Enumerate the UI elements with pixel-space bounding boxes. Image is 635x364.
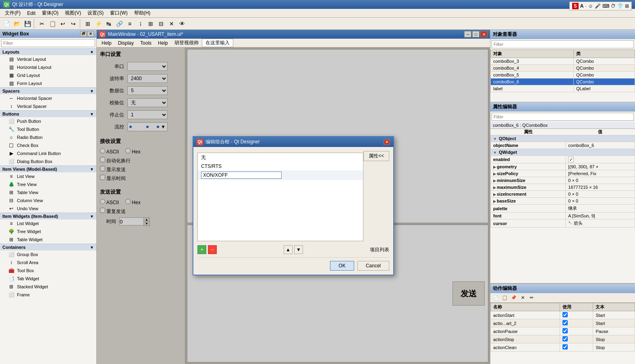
object-row-2[interactable]: comboBox_5 QCombo <box>491 72 635 79</box>
prop-row-sizeincrement[interactable]: ▶sizeIncrement 0 × 0 <box>491 191 635 198</box>
prop-row-sizepolicy[interactable]: ▶sizePolicy [Preferred, Fix <box>491 170 635 177</box>
toolbar-layout-g[interactable]: ⊞ <box>146 19 156 29</box>
dialog-move-up-btn[interactable]: ▲ <box>284 245 293 254</box>
dialog-list-item-edit[interactable] <box>201 172 282 179</box>
toolbar-cut[interactable]: ✂ <box>37 19 47 29</box>
widget-tool-button[interactable]: 🔧 Tool Button <box>0 125 96 133</box>
designer-menu-custom1[interactable]: 胡登视很帅 <box>171 39 202 47</box>
widget-tree-widget[interactable]: 🌳 Tree Widget <box>0 228 96 236</box>
widget-undo-view[interactable]: ↩ Undo View <box>0 205 96 213</box>
widget-table-view[interactable]: ⊞ Table View <box>0 188 96 196</box>
dialog-remove-btn[interactable]: − <box>208 245 217 254</box>
menu-view[interactable]: 视图(V) <box>62 9 84 17</box>
prop-row-cursor[interactable]: cursor ↖ 箭头 <box>491 219 635 228</box>
widget-form-layout[interactable]: ▧ Form Layout <box>0 79 96 87</box>
action-row-2[interactable]: actionPause Pause <box>491 327 635 335</box>
action-row-1[interactable]: actio...art_2 Start <box>491 319 635 327</box>
toolbar-copy[interactable]: 📋 <box>48 19 57 29</box>
object-inspector-filter[interactable] <box>492 40 634 48</box>
widget-tool-box[interactable]: 🧰 Tool Box <box>0 267 96 275</box>
action-edit-btn[interactable]: ✏ <box>527 294 535 302</box>
menu-window[interactable]: 窗体(O) <box>39 9 62 17</box>
widget-tree-view[interactable]: 🌲 Tree View <box>0 180 96 188</box>
property-editor-filter[interactable] <box>492 113 634 121</box>
dialog-add-btn[interactable]: + <box>197 245 206 254</box>
prop-row-basesize[interactable]: ▶baseSize 0 × 0 <box>491 198 635 205</box>
action-row-3[interactable]: actionStop Stop <box>491 335 635 343</box>
prop-row-minsize[interactable]: ▶minimumSize 0 × 0 <box>491 177 635 184</box>
prop-value-objectname[interactable]: comboBox_6 <box>566 142 635 149</box>
object-row-1[interactable]: comboBox_4 QCombo <box>491 65 635 72</box>
section-spacers[interactable]: Spacers▼ <box>0 87 96 94</box>
widget-dialog-button-box[interactable]: ⬜ Dialog Button Box <box>0 157 96 165</box>
object-row-0[interactable]: comboBox_3 QCombo <box>491 58 635 65</box>
prop-enabled-checkbox[interactable]: ✓ <box>568 157 574 162</box>
widget-box-filter[interactable] <box>1 39 95 47</box>
dialog-move-down-btn[interactable]: ▼ <box>294 245 303 254</box>
toolbar-buddy[interactable]: 🔗 <box>114 19 124 29</box>
dialog-list-item-2[interactable] <box>198 170 363 180</box>
object-row-4[interactable]: label QLabel <box>491 85 635 92</box>
section-layouts[interactable]: Layouts▼ <box>0 48 96 55</box>
section-containers[interactable]: Containers▼ <box>0 244 96 250</box>
action-row-0[interactable]: actionStart Start <box>491 311 635 319</box>
toolbar-undo[interactable]: ↩ <box>58 19 68 29</box>
action-used-check-2[interactable] <box>562 328 568 333</box>
toolbar-new[interactable]: 📄 <box>2 19 11 29</box>
action-row-4[interactable]: actionClean Stop <box>491 343 635 352</box>
toolbar-layout-break[interactable]: ✕ <box>167 19 176 29</box>
prop-row-objectname[interactable]: objectName comboBox_6 <box>491 142 635 149</box>
widget-box-float-btn[interactable]: 🗗 <box>80 31 87 37</box>
toolbar-save[interactable]: 💾 <box>23 19 32 29</box>
action-new-btn[interactable]: 📄 <box>492 294 500 302</box>
dialog-cancel-btn[interactable]: Cancel <box>357 261 389 271</box>
designer-minimize-btn[interactable]: ─ <box>464 31 471 37</box>
widget-list-view[interactable]: ≡ List View <box>0 172 96 180</box>
designer-menu-display[interactable]: Display <box>115 39 137 47</box>
section-item-widgets[interactable]: Item Widgets (Item-Based)▼ <box>0 213 96 219</box>
section-item-views[interactable]: Item Views (Model-Based)▼ <box>0 165 96 172</box>
widget-column-view[interactable]: ⊟ Column View <box>0 196 96 205</box>
toolbar-signal[interactable]: ⚡ <box>93 19 103 29</box>
designer-menu-help2[interactable]: Help <box>155 39 171 47</box>
widget-push-button[interactable]: ⬜ Push Button <box>0 117 96 125</box>
menu-file[interactable]: 文件(F) <box>2 9 24 17</box>
menu-windowmenu[interactable]: 窗口(W) <box>107 9 131 17</box>
dialog-list[interactable]: 无 CTS/RTS <box>197 153 363 241</box>
action-used-check-3[interactable] <box>562 336 568 341</box>
widget-vertical-layout[interactable]: ▤ Vertical Layout <box>0 55 96 63</box>
menu-help[interactable]: 帮助(H) <box>131 9 154 17</box>
object-row-3[interactable]: comboBox_6 QCombo <box>491 79 635 85</box>
toolbar-layout-h[interactable]: ≡ <box>125 19 135 29</box>
toolbar-tab[interactable]: ↹ <box>104 19 114 29</box>
designer-menu-tools[interactable]: Tools <box>137 39 155 47</box>
widget-box-close-btn[interactable]: ✕ <box>87 31 94 37</box>
action-copy-btn[interactable]: 📋 <box>501 294 509 302</box>
dialog-ok-btn[interactable]: OK <box>330 261 354 271</box>
menu-edit[interactable]: Edit <box>24 10 39 17</box>
widget-command-link[interactable]: ▶ Command Link Button <box>0 149 96 157</box>
dialog-properties-btn[interactable]: 属性<< <box>363 151 389 161</box>
widget-frame[interactable]: ⬜ Frame <box>0 291 96 299</box>
prop-row-palette[interactable]: palette 继承 <box>491 205 635 213</box>
widget-list-widget[interactable]: ≡ List Widget <box>0 219 96 228</box>
action-delete-btn[interactable]: ✕ <box>519 294 527 302</box>
toolbar-preview[interactable]: 👁 <box>177 19 187 29</box>
widget-stacked-widget[interactable]: ⊞ Stacked Widget <box>0 283 96 291</box>
prop-row-enabled[interactable]: enabled ✓ <box>491 156 635 163</box>
action-used-check-1[interactable] <box>562 320 568 325</box>
prop-row-maxsize[interactable]: ▶maximumSize 16777215 × 16 <box>491 184 635 191</box>
prop-row-font[interactable]: font A [SimSun, 9] <box>491 213 635 219</box>
widget-tab-widget[interactable]: 📑 Tab Widget <box>0 275 96 283</box>
widget-horizontal-layout[interactable]: ▥ Horizontal Layout <box>0 63 96 71</box>
menu-settings[interactable]: 设置(S) <box>84 9 107 17</box>
designer-maximize-btn[interactable]: □ <box>472 31 479 37</box>
toolbar-layout-v[interactable]: ⫶ <box>135 19 145 29</box>
widget-horizontal-spacer[interactable]: ↔ Horizontal Spacer <box>0 94 96 102</box>
prop-row-geometry[interactable]: ▶geometry [(90, 300), 87 × <box>491 163 635 170</box>
widget-vertical-spacer[interactable]: ↕ Vertical Spacer <box>0 102 96 110</box>
toolbar-redo[interactable]: ↪ <box>68 19 78 29</box>
widget-radio-button[interactable]: Radio Button <box>0 133 96 141</box>
designer-menu-input[interactable]: 在这里输入 <box>202 39 233 47</box>
action-paste-btn[interactable]: 📌 <box>510 294 518 302</box>
